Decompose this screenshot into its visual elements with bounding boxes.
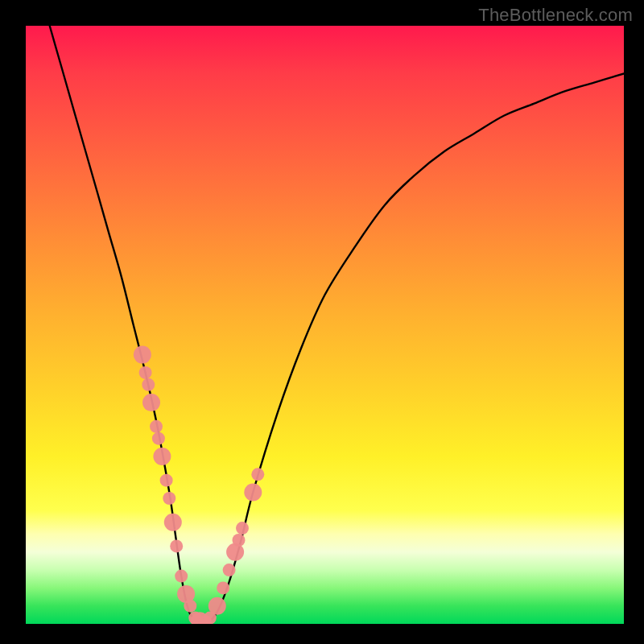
highlight-dot [175,570,188,583]
highlight-dot [142,378,155,391]
highlight-dot [233,534,246,547]
watermark-text: TheBottleneck.com [478,5,633,26]
highlight-dot [244,484,262,502]
highlight-dot [142,394,160,411]
highlight-dot [153,448,171,465]
highlight-dot [251,468,264,481]
highlight-dot [134,346,151,364]
highlight-dot [164,514,182,531]
chart-svg [26,26,624,624]
highlight-dot [170,539,183,552]
highlight-dot [152,432,165,445]
plot-area [26,26,624,624]
highlight-dot [236,522,249,535]
highlight-dot [139,366,152,379]
highlight-dot [184,600,196,613]
highlight-dot [150,420,163,433]
highlight-dot [217,581,229,594]
highlight-dot [223,564,236,576]
bottleneck-curve [50,26,624,624]
chart-stage: TheBottleneck.com [0,0,644,644]
highlight-dot [160,474,173,487]
highlight-dot [208,597,226,615]
highlight-dots [134,346,264,624]
highlight-dot [163,492,175,505]
